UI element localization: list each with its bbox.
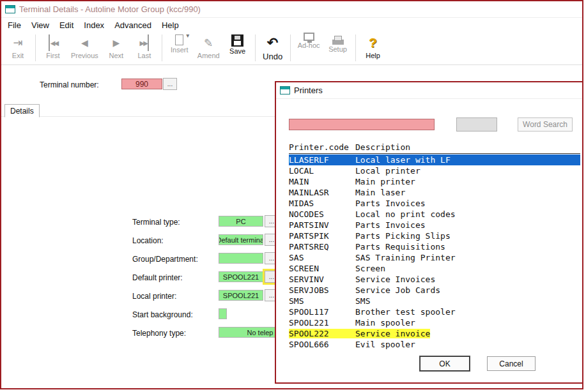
terminal-number-label: Terminal number:: [40, 80, 99, 89]
printer-row-content: MAINMain printer: [289, 177, 415, 186]
printer-code: PARTSREQ: [289, 241, 355, 252]
field-group-department[interactable]: [219, 253, 263, 264]
toolbar-button-last[interactable]: Last: [130, 34, 158, 63]
printer-row-content: SERVJOBSService Job Cards: [289, 285, 440, 295]
printer-code: PARTSPIK: [289, 230, 355, 241]
toolbar-button-label: Amend: [197, 52, 220, 59]
toolbar-button-save[interactable]: Save: [224, 34, 252, 63]
field-terminal-type[interactable]: PC: [219, 216, 263, 227]
toolbar-button-undo[interactable]: Undo: [259, 34, 287, 63]
menu-edit[interactable]: Edit: [54, 19, 79, 31]
toolbar-button-amend[interactable]: Amend: [194, 34, 224, 63]
printer-code: MAINLASR: [289, 187, 355, 198]
printer-description: Parts Invoices: [355, 220, 426, 230]
cancel-button[interactable]: Cancel: [487, 356, 536, 371]
printer-description: Local no print codes: [355, 209, 456, 219]
printer-row-partspik[interactable]: PARTSPIKParts Picking Slips: [289, 230, 580, 241]
toolbar-button-label: Exit: [12, 52, 24, 59]
ok-button[interactable]: OK: [420, 356, 470, 371]
toolbar-button-label: Undo: [263, 52, 282, 61]
menu-bar: FileViewEditIndexAdvancedHelp: [1, 18, 582, 32]
toolbar-button-adhoc[interactable]: Ad-hoc: [294, 34, 324, 63]
toolbar-button-label: Next: [109, 52, 123, 59]
toolbar-button-label: First: [46, 52, 59, 59]
toolbar-button-help[interactable]: Help: [359, 34, 387, 63]
printer-row-main[interactable]: MAINMain printer: [289, 176, 580, 187]
printer-row-partsinv[interactable]: PARTSINVParts Invoices: [289, 220, 580, 230]
menu-advanced[interactable]: Advanced: [109, 19, 157, 31]
previous-icon: [81, 34, 88, 51]
printer-row-sas[interactable]: SASSAS Training Printer: [289, 252, 580, 263]
printer-row-content: LOCALLocal printer: [289, 166, 420, 176]
printer-code: SERVINV: [289, 274, 355, 285]
printer-code: SPOOL666: [289, 339, 355, 350]
printer-row-content: PARTSPIKParts Picking Slips: [289, 231, 451, 241]
printer-row-spool117[interactable]: SPOOL117Brother test spooler: [289, 306, 580, 317]
field-default-printer[interactable]: SPOOL221: [219, 271, 263, 282]
printer-row-screen[interactable]: SCREENScreen: [289, 263, 580, 274]
toolbar-button-setup[interactable]: Setup: [324, 34, 352, 63]
printer-row-local[interactable]: LOCALLocal printer: [289, 165, 580, 176]
printer-description: SMS: [355, 296, 370, 306]
toolbar-button-label: Previous: [71, 52, 98, 59]
form-row-start-background: Start background:: [1, 307, 321, 326]
printer-row-nocodes[interactable]: NOCODESLocal no print codes: [289, 209, 580, 220]
printer-row-spool666[interactable]: SPOOL666Evil spooler: [289, 339, 580, 350]
toolbar-button-insert[interactable]: Insert: [166, 34, 194, 63]
form-row-local-printer: Local printer:SPOOL221...: [1, 289, 321, 307]
printer-row-content: SASSAS Training Printer: [289, 253, 456, 262]
printer-row-partsreq[interactable]: PARTSREQParts Requisitions: [289, 241, 580, 252]
menu-help[interactable]: Help: [157, 19, 184, 31]
printer-description: Main spooler: [355, 318, 415, 328]
toolbar-separator: [355, 34, 356, 61]
terminal-number-field[interactable]: 990: [121, 79, 162, 89]
menu-view[interactable]: View: [26, 19, 54, 31]
terminal-number-browse-button[interactable]: ...: [163, 78, 177, 90]
toolbar-button-first[interactable]: First: [39, 34, 67, 63]
toolbar-button-label: Last: [137, 52, 151, 59]
field-local-printer[interactable]: SPOOL221: [219, 290, 263, 301]
field-start-background[interactable]: [219, 308, 227, 319]
form-row-default-printer: Default printer:SPOOL221...: [1, 270, 321, 289]
menu-file[interactable]: File: [3, 19, 26, 31]
printer-row-spool221[interactable]: SPOOL221Main spooler: [289, 317, 580, 328]
printer-row-spool222[interactable]: SPOOL222Service invoice: [289, 328, 580, 339]
terminal-details-window: Terminal Details - Autoline Motor Group …: [0, 0, 583, 389]
blank-button[interactable]: [456, 117, 497, 132]
window-title: Terminal Details - Autoline Motor Group …: [19, 4, 201, 14]
printer-row-midas[interactable]: MIDASParts Invoices: [289, 198, 580, 209]
printer-row-content: SCREENScreen: [289, 264, 385, 273]
printer-row-content: PARTSREQParts Requisitions: [289, 242, 445, 252]
last-icon: [140, 34, 149, 51]
form-row-group-department: Group/Department:...: [1, 252, 321, 270]
printer-search-input[interactable]: [289, 119, 435, 130]
printer-row-llaserlf[interactable]: LLASERLFLocal laser with LF: [289, 155, 580, 165]
details-form: Terminal type:PC...Location:Default term…: [1, 215, 321, 344]
field-label-location: Location:: [132, 236, 164, 245]
printer-description: Main printer: [355, 177, 415, 186]
field-label-local-printer: Local printer:: [132, 292, 176, 301]
printer-code: LLASERLF: [289, 155, 355, 165]
printer-description: Evil spooler: [355, 340, 415, 349]
field-label-telephony-type: Telephony type:: [132, 329, 186, 338]
printer-code: MAIN: [289, 176, 355, 187]
toolbar-button-previous[interactable]: Previous: [67, 34, 102, 63]
form-row-terminal-type: Terminal type:PC...: [1, 215, 321, 233]
field-location[interactable]: Default terminal: [219, 234, 263, 245]
toolbar-separator: [162, 34, 162, 61]
word-search-button[interactable]: Word Search: [518, 117, 573, 132]
amend-icon: [204, 34, 213, 51]
printers-dialog: Printers Word Search Printer.codeDescrip…: [275, 81, 583, 384]
printer-code: SPOOL221: [289, 317, 355, 328]
printer-row-mainlasr[interactable]: MAINLASRMain laser: [289, 187, 580, 198]
printer-code: SPOOL222: [289, 328, 355, 339]
printer-row-sms[interactable]: SMSSMS: [289, 296, 580, 306]
printer-row-servjobs[interactable]: SERVJOBSService Job Cards: [289, 285, 580, 296]
toolbar-button-exit[interactable]: Exit: [4, 34, 32, 63]
toolbar-separator: [255, 34, 256, 61]
toolbar-button-next[interactable]: Next: [102, 34, 130, 63]
printer-description: Local laser with LF: [355, 155, 451, 165]
menu-index[interactable]: Index: [79, 19, 109, 31]
printer-row-servinv[interactable]: SERVINVService Invoices: [289, 274, 580, 285]
tab-details[interactable]: Details: [4, 104, 40, 117]
